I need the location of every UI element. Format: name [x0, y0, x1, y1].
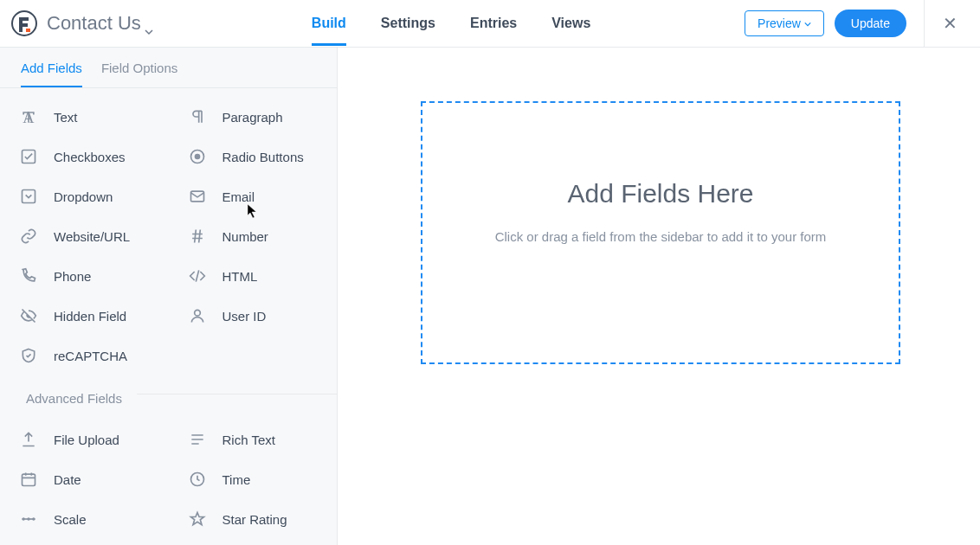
field-label: Star Rating — [222, 512, 287, 527]
field-hidden[interactable]: Hidden Field — [0, 296, 169, 336]
field-label: HTML — [222, 269, 258, 284]
field-label: Paragraph — [222, 110, 283, 125]
field-label: Dropdown — [54, 189, 113, 204]
text-icon: A — [19, 107, 38, 126]
field-time[interactable]: Time — [169, 459, 338, 499]
hash-icon — [188, 227, 207, 246]
nav-settings[interactable]: Settings — [381, 2, 435, 46]
spacer — [169, 336, 338, 375]
field-label: Text — [54, 110, 78, 125]
nav-build[interactable]: Build — [312, 2, 346, 46]
field-label: Checkboxes — [54, 150, 126, 164]
field-label: Number — [222, 229, 268, 244]
code-icon — [188, 266, 207, 285]
form-title[interactable]: Contact Us — [47, 12, 153, 35]
radio-icon — [188, 147, 207, 166]
advanced-fields-label: Advanced Fields — [0, 375, 337, 411]
field-number[interactable]: Number — [169, 216, 338, 256]
svg-rect-6 — [23, 190, 35, 203]
svg-point-5 — [194, 154, 200, 160]
field-paragraph[interactable]: Paragraph — [169, 97, 338, 137]
field-label: Scale — [54, 512, 87, 527]
close-icon[interactable]: ✕ — [937, 13, 963, 34]
svg-point-8 — [194, 310, 200, 316]
field-upload[interactable]: File Upload — [0, 420, 169, 459]
field-label: User ID — [222, 309, 267, 324]
field-email[interactable]: Email — [169, 176, 338, 216]
form-title-text: Contact Us — [47, 12, 141, 35]
nav-entries[interactable]: Entries — [470, 2, 517, 46]
field-label: Email — [222, 189, 255, 204]
field-recaptcha[interactable]: reCAPTCHA — [0, 336, 169, 375]
field-label: Radio Buttons — [222, 150, 304, 164]
checkbox-icon — [19, 147, 38, 166]
field-label: Time — [222, 472, 251, 487]
field-text[interactable]: A Text — [0, 97, 169, 137]
user-icon — [188, 306, 207, 325]
app-header: Contact Us Build Settings Entries Views … — [0, 0, 980, 48]
caret-down-icon — [804, 16, 811, 30]
field-checkboxes[interactable]: Checkboxes — [0, 137, 169, 176]
field-label: Rich Text — [222, 433, 275, 447]
field-label: Website/URL — [54, 229, 130, 244]
nav-views[interactable]: Views — [551, 2, 590, 46]
scale-icon — [19, 510, 38, 529]
sidebar-tabs: Add Fields Field Options — [0, 48, 337, 88]
sidebar: Add Fields Field Options A Text Paragrap… — [0, 48, 338, 545]
dropzone-hint: Click or drag a field from the sidebar t… — [495, 229, 827, 244]
field-html[interactable]: HTML — [169, 256, 338, 296]
field-dropzone[interactable]: Add Fields Here Click or drag a field fr… — [421, 101, 900, 364]
field-userid[interactable]: User ID — [169, 296, 338, 336]
shield-check-icon — [19, 346, 38, 365]
field-url[interactable]: Website/URL — [0, 216, 169, 256]
update-button[interactable]: Update — [835, 10, 906, 37]
field-label: File Upload — [54, 433, 119, 447]
tab-add-fields[interactable]: Add Fields — [21, 48, 82, 87]
calendar-icon — [19, 470, 38, 489]
phone-icon — [19, 266, 38, 285]
field-label: Date — [54, 472, 81, 487]
link-icon — [19, 227, 38, 246]
preview-label: Preview — [758, 16, 801, 30]
email-icon — [188, 187, 207, 206]
field-radio[interactable]: Radio Buttons — [169, 137, 338, 176]
upload-icon — [19, 430, 38, 449]
field-label: Hidden Field — [54, 309, 126, 324]
tab-field-options[interactable]: Field Options — [101, 48, 177, 87]
field-rich-text[interactable]: Rich Text — [169, 420, 338, 459]
paragraph-icon — [188, 107, 207, 126]
star-icon — [188, 510, 207, 529]
field-phone[interactable]: Phone — [0, 256, 169, 296]
field-date[interactable]: Date — [0, 459, 169, 499]
app-logo-icon[interactable] — [10, 10, 38, 37]
basic-fields: A Text Paragraph Checkboxes Radio Button… — [0, 88, 337, 375]
svg-text:A: A — [23, 109, 35, 125]
header-actions: Preview Update ✕ — [745, 0, 963, 48]
field-label: Phone — [54, 269, 91, 284]
eye-off-icon — [19, 306, 38, 325]
svg-rect-9 — [23, 474, 35, 485]
dropdown-icon — [19, 187, 38, 206]
field-dropdown[interactable]: Dropdown — [0, 176, 169, 216]
advanced-fields: File Upload Rich Text Date Time Scale St… — [0, 411, 337, 539]
preview-button[interactable]: Preview — [745, 10, 824, 36]
clock-icon — [188, 470, 207, 489]
field-scale[interactable]: Scale — [0, 499, 169, 539]
form-canvas: Add Fields Here Click or drag a field fr… — [338, 48, 980, 545]
main-nav: Build Settings Entries Views — [312, 2, 590, 46]
caret-down-icon — [145, 19, 153, 28]
field-star[interactable]: Star Rating — [169, 499, 338, 539]
header-divider — [924, 0, 925, 48]
field-label: reCAPTCHA — [54, 349, 127, 363]
main-area: Add Fields Field Options A Text Paragrap… — [0, 48, 980, 545]
dropzone-title: Add Fields Here — [567, 179, 753, 208]
list-icon — [188, 430, 207, 449]
svg-rect-1 — [26, 29, 30, 32]
